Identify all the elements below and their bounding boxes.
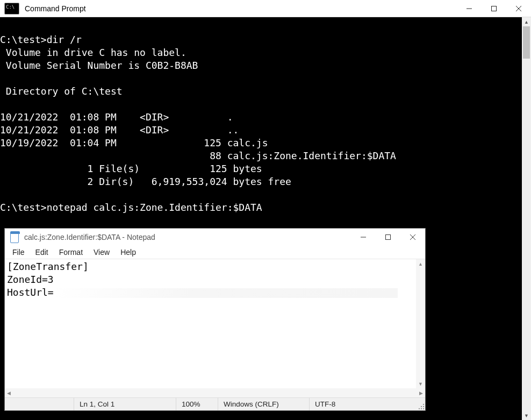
scroll-left-button[interactable]: ◀ (7, 390, 11, 396)
maximize-icon (385, 234, 391, 240)
notepad-maximize-button[interactable] (376, 229, 400, 246)
scroll-right-button[interactable]: ▶ (419, 390, 423, 396)
cmd-scrollbar[interactable]: ▲ ▼ (522, 17, 531, 420)
svg-rect-5 (386, 235, 391, 240)
notepad-window: calc.js:Zone.Identifier:$DATA - Notepad … (4, 228, 426, 411)
notepad-title: calc.js:Zone.Identifier:$DATA - Notepad (24, 233, 155, 241)
cmd-minimize-button[interactable] (457, 0, 482, 17)
scroll-down-button[interactable]: ▼ (522, 411, 531, 420)
menu-format[interactable]: Format (54, 247, 88, 258)
cmd-app-icon (4, 3, 19, 15)
notepad-statusbar: Ln 1, Col 1 100% Windows (CRLF) UTF-8 (5, 397, 425, 410)
notepad-app-icon (10, 231, 20, 243)
notepad-close-button[interactable] (400, 229, 425, 246)
notepad-titlebar[interactable]: calc.js:Zone.Identifier:$DATA - Notepad (5, 229, 425, 246)
status-line-ending: Windows (CRLF) (218, 398, 309, 410)
cmd-title: Command Prompt (25, 4, 86, 13)
menu-file[interactable]: File (7, 247, 30, 258)
status-cursor-position: Ln 1, Col 1 (74, 398, 176, 410)
cmd-scroll-thumb[interactable] (523, 26, 530, 59)
notepad-minimize-button[interactable] (351, 229, 376, 246)
status-zoom: 100% (176, 398, 218, 410)
scroll-up-button[interactable]: ▲ (416, 259, 425, 268)
svg-rect-1 (492, 6, 497, 11)
notepad-menubar: File Edit Format View Help (5, 246, 425, 259)
menu-view[interactable]: View (88, 247, 115, 258)
menu-edit[interactable]: Edit (30, 247, 54, 258)
close-icon (516, 6, 521, 11)
cmd-close-button[interactable] (506, 0, 531, 17)
scroll-up-button[interactable]: ▲ (522, 17, 531, 26)
redacted-value (54, 288, 398, 298)
notepad-text-area[interactable]: [ZoneTransfer] ZoneId=3 HostUrl= (5, 259, 416, 388)
notepad-horizontal-scrollbar[interactable]: ◀ ▶ (5, 388, 425, 397)
cmd-titlebar[interactable]: Command Prompt (0, 0, 531, 17)
resize-grip[interactable] (415, 401, 425, 410)
minimize-icon (361, 234, 366, 240)
maximize-icon (491, 6, 497, 11)
cmd-maximize-button[interactable] (482, 0, 506, 17)
menu-help[interactable]: Help (115, 247, 141, 258)
minimize-icon (467, 6, 472, 11)
status-encoding: UTF-8 (309, 398, 415, 410)
close-icon (410, 234, 415, 240)
notepad-vertical-scrollbar[interactable]: ▲ ▼ (416, 259, 425, 388)
scroll-down-button[interactable]: ▼ (416, 379, 425, 388)
